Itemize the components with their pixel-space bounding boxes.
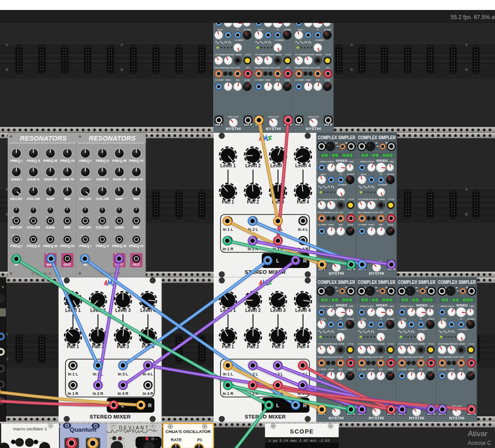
svg-text:+: + xyxy=(156,438,157,440)
svg-text:P1: P1 xyxy=(197,438,202,442)
svg-text:CHUA'S OSCILLATOR: CHUA'S OSCILLATOR xyxy=(166,429,211,434)
svg-text:macro oscillator 2: macro oscillator 2 xyxy=(13,426,47,431)
svg-text:55.2 fps 67.5% av: 55.2 fps 67.5% av xyxy=(451,14,495,20)
svg-text:1 pp 5.24 max 2.42 min -2.8: 1 pp 5.24 max 2.42 min -2.83 xyxy=(269,438,330,443)
svg-text:DEVIANT: DEVIANT xyxy=(119,425,150,430)
svg-text:-: - xyxy=(142,438,143,440)
svg-text:RATE: RATE xyxy=(171,438,182,442)
svg-text:Acesse C: Acesse C xyxy=(468,440,491,446)
svg-text:Ativar: Ativar xyxy=(468,429,488,438)
svg-text:SCOPE: SCOPE xyxy=(290,428,314,435)
svg-text:W: W xyxy=(2,286,4,288)
